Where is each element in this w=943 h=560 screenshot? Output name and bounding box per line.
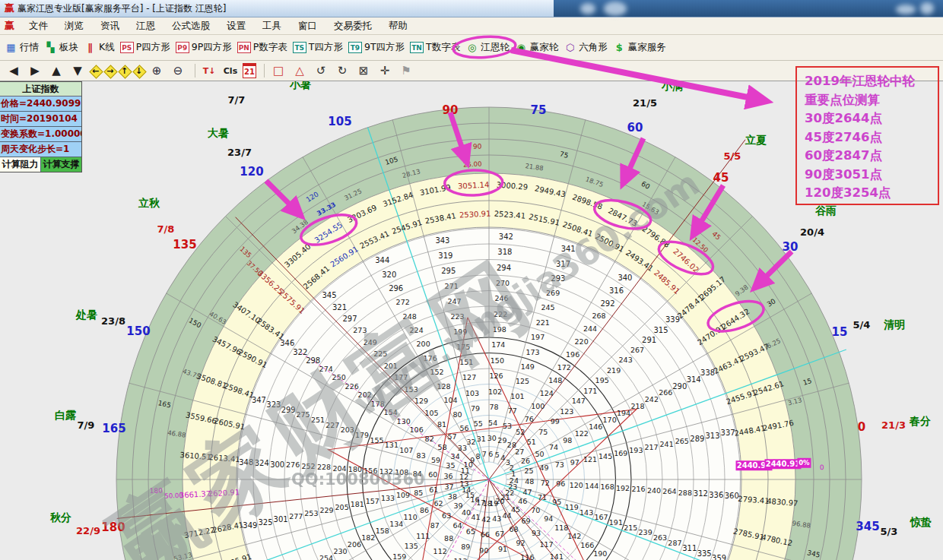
svg-text:169: 169 <box>614 449 627 457</box>
zoom-in-icon[interactable]: ⊕ <box>148 63 166 78</box>
delete-box-icon[interactable]: ⊠ <box>354 63 373 78</box>
zoom-out-icon[interactable]: ⊖ <box>169 63 187 78</box>
toolbar-label: 江恩轮 <box>481 41 510 54</box>
toolbar-button-赢家服务[interactable]: $赢家服务 <box>613 41 666 54</box>
price-axis-icon[interactable]: T↓ <box>200 63 218 78</box>
up-arrow-icon[interactable]: ▲ <box>47 63 65 78</box>
center-cross-icon[interactable]: ✛ <box>376 63 394 78</box>
toolbar-button-六角形[interactable]: ⬡六角形 <box>564 41 608 54</box>
svg-text:74: 74 <box>549 443 558 451</box>
toolbar-button-T四方形[interactable]: TST四方形 <box>293 41 343 54</box>
menu-item-1[interactable]: 浏览 <box>56 20 92 33</box>
svg-text:5/4: 5/4 <box>853 319 871 331</box>
pin-icon[interactable]: ⚑ <box>397 63 415 78</box>
svg-text:264: 264 <box>662 487 676 495</box>
svg-text:130: 130 <box>397 417 411 426</box>
svg-text:22/9: 22/9 <box>76 525 100 536</box>
menu-item-7[interactable]: 窗口 <box>290 20 325 33</box>
rotate-ccw-icon[interactable]: ↺ <box>312 63 330 78</box>
svg-text:344: 344 <box>375 256 389 264</box>
menu-item-2[interactable]: 资讯 <box>92 20 128 33</box>
toolbar-label: P四方形 <box>136 41 170 54</box>
svg-text:132: 132 <box>379 467 393 476</box>
svg-text:204: 204 <box>332 464 346 473</box>
svg-text:143: 143 <box>579 508 593 517</box>
svg-text:241: 241 <box>660 440 674 448</box>
svg-text:200: 200 <box>417 340 430 348</box>
pan-down-icon[interactable]: ↓ <box>133 65 144 77</box>
svg-text:惊蛰: 惊蛰 <box>910 516 932 528</box>
svg-text:290: 290 <box>672 382 687 391</box>
svg-text:64: 64 <box>453 521 462 530</box>
svg-text:320: 320 <box>382 271 396 279</box>
pan-right-icon[interactable]: → <box>104 65 116 77</box>
toolbar-button-板块[interactable]: ▚板块 <box>44 41 78 54</box>
svg-text:28: 28 <box>507 441 516 449</box>
menu-item-0[interactable]: 文件 <box>21 20 56 33</box>
svg-text:38: 38 <box>448 492 457 501</box>
calc-support-button[interactable]: 计算支撑 <box>41 157 81 172</box>
svg-text:250: 250 <box>332 373 346 381</box>
svg-text:336: 336 <box>709 491 723 499</box>
svg-text:219: 219 <box>607 366 621 375</box>
svg-text:41: 41 <box>472 513 481 521</box>
svg-text:152: 152 <box>430 368 444 376</box>
menu-item-4[interactable]: 公式选股 <box>164 20 218 33</box>
svg-text:87: 87 <box>430 521 440 530</box>
svg-text:25.00: 25.00 <box>463 160 482 168</box>
svg-text:249: 249 <box>364 338 377 346</box>
svg-text:5/5: 5/5 <box>724 150 741 162</box>
svg-text:55: 55 <box>474 419 483 428</box>
svg-text:33: 33 <box>458 444 467 452</box>
menu-item-9[interactable]: 帮助 <box>380 20 416 33</box>
svg-text:240: 240 <box>647 486 661 495</box>
calc-resistance-button[interactable]: 计算阻力 <box>0 157 41 172</box>
toolbar-button-P四方形[interactable]: PSP四方形 <box>120 41 170 54</box>
pan-left-icon[interactable]: ← <box>90 65 101 77</box>
svg-text:27: 27 <box>515 448 524 456</box>
svg-text:150: 150 <box>491 356 504 365</box>
svg-text:68: 68 <box>509 525 518 533</box>
menu-item-3[interactable]: 江恩 <box>128 20 164 33</box>
tn-badge-icon: TN <box>410 42 424 53</box>
rect-tool-icon[interactable]: □ <box>269 63 287 78</box>
toolbar-button-T数字表[interactable]: TNT数字表 <box>410 41 460 54</box>
svg-text:360: 360 <box>725 492 739 500</box>
toolbar-button-P数字表[interactable]: PNP数字表 <box>237 41 287 54</box>
down-arrow-icon[interactable]: ▼ <box>68 63 87 78</box>
svg-text:95: 95 <box>552 498 561 506</box>
svg-text:61: 61 <box>429 486 438 494</box>
toolbar-button-江恩轮[interactable]: ◎江恩轮 <box>465 41 510 54</box>
toolbar-button-赢家轮[interactable]: ◉赢家轮 <box>515 41 559 54</box>
menu-item-6[interactable]: 工具 <box>254 20 290 33</box>
triangle-tool-icon[interactable]: △ <box>291 63 309 78</box>
pan-up-icon[interactable]: ↑ <box>119 65 130 77</box>
svg-text:34: 34 <box>451 452 460 460</box>
window-title: 赢家江恩专业版[赢家服务平台] - [上证指数 江恩轮] <box>17 2 227 15</box>
prev-arrow-icon[interactable]: ◀ <box>5 63 23 78</box>
cls-icon[interactable]: Cls <box>221 63 240 78</box>
rotate-cw-icon[interactable]: ↻ <box>333 63 351 78</box>
toolbar-button-行情[interactable]: ▦行情 <box>5 41 39 54</box>
svg-text:144: 144 <box>585 482 599 490</box>
svg-text:311: 311 <box>682 544 697 552</box>
svg-text:81: 81 <box>437 420 446 429</box>
next-arrow-icon[interactable]: ▶ <box>26 63 44 78</box>
svg-text:116: 116 <box>520 553 534 560</box>
toolbar-button-9P四方形[interactable]: P99P四方形 <box>176 41 232 54</box>
svg-text:323: 323 <box>266 400 281 409</box>
menu-bar: 赢 文件浏览资讯江恩公式选股设置工具窗口交易委托帮助 <box>0 17 943 35</box>
svg-text:180: 180 <box>101 520 125 534</box>
svg-text:315: 315 <box>653 326 668 334</box>
svg-text:296: 296 <box>389 284 403 293</box>
toolbar-button-9T四方形[interactable]: T99T四方形 <box>348 41 405 54</box>
svg-text:317: 317 <box>556 260 570 268</box>
menu-item-5[interactable]: 设置 <box>218 20 254 33</box>
svg-text:99: 99 <box>551 417 560 426</box>
toolbar-button-K线[interactable]: ∥K线 <box>84 41 115 54</box>
svg-text:298: 298 <box>306 356 320 365</box>
svg-text:247: 247 <box>448 297 462 305</box>
svg-text:43: 43 <box>492 514 501 523</box>
menu-item-8[interactable]: 交易委托 <box>325 20 380 33</box>
calendar-icon[interactable]: 21 <box>243 63 256 78</box>
